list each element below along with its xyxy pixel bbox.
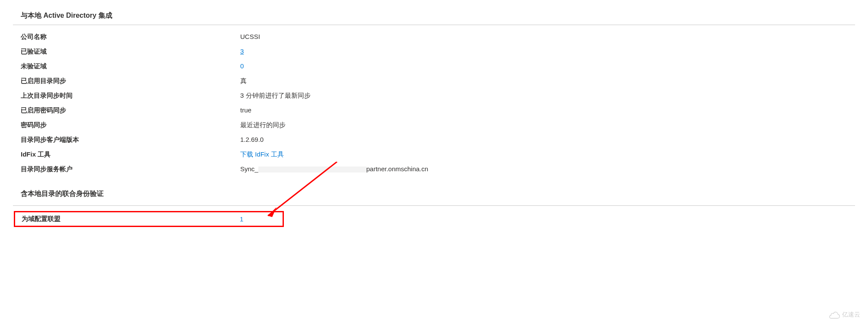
sync-suffix: partner.onmschina.cn: [366, 165, 428, 173]
redacted-block: xxxxxxxxxxxxxxxx: [258, 166, 366, 173]
section-title-ad: 与本地 Active Directory 集成: [13, 9, 855, 25]
value-dirsync-enabled: 真: [240, 76, 247, 86]
value-idfix-link[interactable]: 下载 IdFix 工具: [240, 149, 284, 160]
section-title-federation: 含本地目录的联合身份验证: [13, 176, 855, 201]
label-company-name: 公司名称: [21, 32, 240, 42]
label-verified-domains: 已验证域: [21, 46, 240, 57]
value-verified-domains[interactable]: 3: [240, 46, 244, 57]
kv-list: 公司名称 UCSSI 已验证域 3 未验证域 0 已启用目录同步 真 上次目录同…: [13, 29, 855, 176]
row-company-name: 公司名称 UCSSI: [21, 29, 847, 44]
row-pwsync: 密码同步 最近进行的同步: [21, 118, 847, 132]
row-unverified-domains: 未验证域 0: [21, 59, 847, 74]
value-sync-account: Sync_xxxxxxxxxxxxxxxxpartner.onmschina.c…: [240, 164, 428, 174]
row-pwsync-enabled: 已启用密码同步 true: [21, 103, 847, 118]
label-pwsync: 密码同步: [21, 120, 240, 130]
federation-section: 为域配置联盟 1: [13, 205, 855, 227]
row-verified-domains: 已验证域 3: [21, 44, 847, 59]
value-last-sync: 3 分钟前进行了最新同步: [240, 90, 311, 101]
row-client-version: 目录同步客户端版本 1.2.69.0: [21, 132, 847, 147]
federation-label: 为域配置联盟: [22, 215, 240, 223]
label-idfix: IdFix 工具: [21, 149, 240, 160]
federation-value[interactable]: 1: [240, 215, 243, 223]
label-dirsync-enabled: 已启用目录同步: [21, 76, 240, 86]
label-sync-account: 目录同步服务帐户: [21, 164, 240, 174]
row-idfix: IdFix 工具 下载 IdFix 工具: [21, 147, 847, 162]
ad-integration-section: 与本地 Active Directory 集成 公司名称 UCSSI 已验证域 …: [13, 9, 855, 201]
label-pwsync-enabled: 已启用密码同步: [21, 105, 240, 115]
label-client-version: 目录同步客户端版本: [21, 134, 240, 145]
label-last-sync: 上次目录同步时间: [21, 90, 240, 101]
value-pwsync-enabled: true: [240, 105, 251, 115]
value-company-name: UCSSI: [240, 32, 260, 42]
row-dirsync-enabled: 已启用目录同步 真: [21, 74, 847, 88]
row-sync-account: 目录同步服务帐户 Sync_xxxxxxxxxxxxxxxxpartner.on…: [21, 162, 847, 176]
federation-row-highlight: 为域配置联盟 1: [14, 211, 284, 227]
row-last-sync: 上次目录同步时间 3 分钟前进行了最新同步: [21, 88, 847, 103]
value-client-version: 1.2.69.0: [240, 134, 264, 145]
label-unverified-domains: 未验证域: [21, 61, 240, 71]
value-pwsync: 最近进行的同步: [240, 120, 286, 130]
sync-prefix: Sync_: [240, 165, 258, 173]
value-unverified-domains[interactable]: 0: [240, 61, 244, 71]
